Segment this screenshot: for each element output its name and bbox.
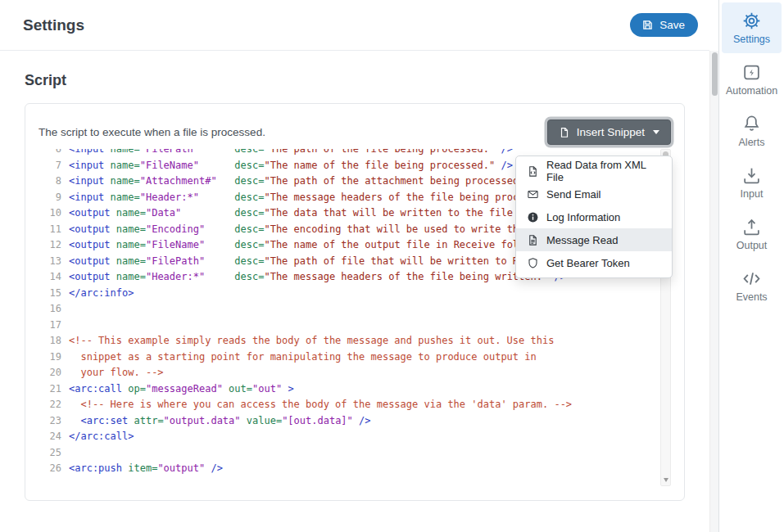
line-number: 6 bbox=[39, 149, 61, 158]
code-text: <output name="Data" desc="The data that … bbox=[61, 205, 554, 222]
line-number: 12 bbox=[39, 237, 61, 254]
line-number: 23 bbox=[39, 413, 61, 430]
menu-item-label: Get Bearer Token bbox=[546, 257, 630, 269]
code-text: <arc:set attr="output.data" value="[out.… bbox=[61, 413, 371, 430]
code-text: <input name="FilePath" desc="The path of… bbox=[61, 149, 513, 158]
line-number: 26 bbox=[39, 461, 61, 477]
line-number: 9 bbox=[39, 190, 61, 206]
code-text: snippet as a starting point for manipula… bbox=[61, 349, 537, 366]
code-text: <output name="FilePath" desc="The path o… bbox=[61, 254, 554, 270]
menu-item-read-data-from-xml-file[interactable]: Read Data from XML File bbox=[516, 160, 672, 183]
page-scrollbar[interactable] bbox=[709, 51, 718, 532]
sidebar-item-events[interactable]: Events bbox=[722, 260, 782, 311]
sidebar-item-label: Input bbox=[741, 188, 764, 200]
line-number: 22 bbox=[39, 397, 61, 413]
code-text bbox=[61, 301, 69, 318]
menu-item-label: Send Email bbox=[546, 188, 600, 201]
menu-item-get-bearer-token[interactable]: Get Bearer Token bbox=[516, 251, 672, 274]
page-title: Settings bbox=[23, 16, 84, 34]
code-text: <output name="Header:*" desc="The messag… bbox=[61, 269, 566, 286]
scroll-down-arrow-icon[interactable] bbox=[664, 478, 668, 482]
sidebar-item-label: Events bbox=[736, 291, 767, 303]
gear-icon bbox=[741, 11, 762, 31]
insert-snippet-button[interactable]: Insert Snippet bbox=[547, 119, 671, 145]
code-line: 20 your flow. --> bbox=[39, 365, 659, 381]
code-line: 18<!-- This example simply reads the bod… bbox=[39, 333, 659, 349]
sidebar-item-label: Automation bbox=[726, 85, 777, 97]
code-text: <input name="Header:*" desc="The message… bbox=[61, 190, 560, 206]
sidebar-item-automation[interactable]: Automation bbox=[722, 54, 782, 105]
code-line: 23 <arc:set attr="output.data" value="[o… bbox=[39, 413, 659, 430]
code-text: <arc:push item="output" /> bbox=[61, 461, 223, 477]
code-line: 25 bbox=[39, 445, 659, 462]
line-number: 25 bbox=[39, 445, 61, 462]
input-icon bbox=[741, 165, 762, 186]
menu-item-label: Message Read bbox=[546, 234, 618, 246]
content: Script The script to execute when a file… bbox=[0, 72, 709, 501]
line-number: 8 bbox=[39, 174, 61, 190]
code-line: 21<arc:call op="messageRead" out="out" > bbox=[39, 381, 659, 398]
line-number: 16 bbox=[39, 301, 61, 318]
code-text: <output name="FileName" desc="The name o… bbox=[61, 237, 566, 254]
xml-file-icon bbox=[527, 165, 539, 178]
line-number: 14 bbox=[39, 269, 61, 286]
code-text bbox=[61, 445, 69, 462]
script-description: The script to execute when a file is pro… bbox=[39, 126, 265, 138]
insert-snippet-menu: Read Data from XML FileSend EmailLog Inf… bbox=[515, 156, 673, 278]
code-text: <input name="Attachment#" desc="The path… bbox=[61, 174, 548, 190]
sidebar-item-alerts[interactable]: Alerts bbox=[722, 106, 782, 156]
sidebar-item-label: Output bbox=[736, 240, 768, 251]
page-scrollbar-thumb[interactable] bbox=[712, 52, 718, 96]
save-button-label: Save bbox=[659, 19, 685, 31]
menu-item-log-information[interactable]: Log Information bbox=[516, 205, 672, 228]
insert-snippet-label: Insert Snippet bbox=[577, 126, 645, 138]
code-line: 19 snippet as a starting point for manip… bbox=[39, 349, 659, 366]
code-text: your flow. --> bbox=[61, 365, 164, 381]
code-line: 15</arc:info> bbox=[39, 286, 659, 302]
line-number: 13 bbox=[39, 254, 61, 270]
automation-icon bbox=[741, 62, 762, 83]
code-text bbox=[61, 318, 69, 334]
sidebar-item-output[interactable]: Output bbox=[722, 209, 782, 259]
menu-item-label: Log Information bbox=[546, 211, 620, 223]
chevron-down-icon bbox=[653, 130, 659, 134]
sidebar-item-label: Settings bbox=[733, 34, 770, 45]
code-text: </arc:call> bbox=[61, 429, 134, 445]
code-text: <input name="FileName" desc="The name of… bbox=[61, 158, 513, 174]
section-title: Script bbox=[25, 72, 685, 89]
code-line: 24</arc:call> bbox=[39, 429, 659, 445]
sidebar-item-input[interactable]: Input bbox=[722, 157, 782, 208]
envelope-icon bbox=[527, 188, 539, 201]
line-number: 11 bbox=[39, 222, 61, 238]
line-number: 7 bbox=[39, 158, 61, 174]
shield-icon bbox=[527, 257, 539, 269]
menu-item-message-read[interactable]: Message Read bbox=[516, 228, 672, 251]
menu-item-label: Read Data from XML File bbox=[546, 159, 661, 183]
save-button[interactable]: Save bbox=[630, 13, 698, 37]
code-line: 17 bbox=[39, 318, 659, 334]
line-number: 17 bbox=[39, 318, 61, 334]
code-text: <output name="Encoding" desc="The encodi… bbox=[61, 222, 554, 238]
code-icon bbox=[741, 268, 762, 289]
sidebar: SettingsAutomationAlertsInputOutputEvent… bbox=[718, 0, 784, 532]
code-text: <!-- This example simply reads the body … bbox=[61, 333, 554, 349]
save-floppy-icon bbox=[641, 19, 654, 31]
file-icon bbox=[527, 234, 539, 246]
code-text: <!-- Here is where you can access the bo… bbox=[61, 397, 572, 413]
snippet-file-icon bbox=[559, 127, 570, 138]
line-number: 21 bbox=[39, 381, 61, 398]
line-number: 19 bbox=[39, 349, 61, 366]
line-number: 24 bbox=[39, 429, 61, 445]
bell-icon bbox=[741, 114, 762, 134]
code-text: </arc:info> bbox=[61, 286, 134, 302]
code-line: 22 <!-- Here is where you can access the… bbox=[39, 397, 659, 413]
line-number: 10 bbox=[39, 205, 61, 222]
script-card-header: The script to execute when a file is pro… bbox=[39, 119, 671, 146]
sidebar-item-label: Alerts bbox=[739, 137, 765, 148]
line-number: 15 bbox=[39, 286, 61, 302]
menu-item-send-email[interactable]: Send Email bbox=[516, 183, 672, 205]
line-number: 18 bbox=[39, 333, 61, 349]
output-icon bbox=[741, 217, 762, 237]
sidebar-item-settings[interactable]: Settings bbox=[722, 2, 782, 53]
code-text: <arc:call op="messageRead" out="out" > bbox=[61, 381, 294, 398]
